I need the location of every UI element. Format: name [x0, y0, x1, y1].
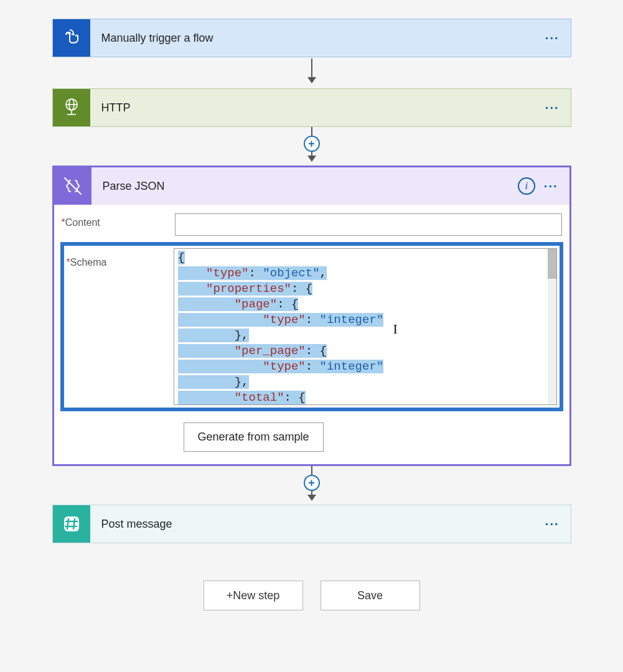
- braces-icon: [54, 167, 91, 205]
- step-title: Manually trigger a flow: [90, 32, 545, 45]
- schema-input[interactable]: { "type": "object", "properties": { "pag…: [174, 248, 557, 405]
- connector-add: +: [304, 466, 320, 500]
- step-body: *Content *Schema { "type": "object", "pr…: [54, 205, 569, 464]
- footer-buttons: New step Save: [52, 581, 571, 610]
- hash-icon: [53, 505, 90, 543]
- schema-label: Schema: [70, 257, 107, 268]
- svg-rect-6: [64, 516, 79, 531]
- step-parse-json: Parse JSON i ··· *Content *Schema: [52, 166, 571, 466]
- step-http[interactable]: HTTP ···: [52, 88, 571, 127]
- globe-icon: [53, 89, 90, 126]
- step-title: HTTP: [90, 101, 545, 114]
- content-input[interactable]: [175, 213, 562, 236]
- arrow-down-icon: [311, 58, 312, 82]
- info-icon[interactable]: i: [518, 177, 535, 195]
- text-cursor-icon: I: [393, 321, 398, 337]
- more-icon[interactable]: ···: [544, 179, 558, 194]
- content-field-row: *Content: [54, 205, 569, 240]
- more-icon[interactable]: ···: [545, 31, 560, 45]
- more-icon[interactable]: ···: [545, 101, 560, 115]
- step-title: Parse JSON: [91, 180, 518, 193]
- step-header[interactable]: Parse JSON i ···: [54, 167, 569, 205]
- schema-highlight: *Schema { "type": "object", "properties"…: [60, 242, 563, 411]
- connector-add: +: [304, 127, 320, 161]
- new-step-button[interactable]: New step: [204, 581, 303, 610]
- save-button[interactable]: Save: [321, 581, 420, 610]
- content-label: Content: [65, 217, 100, 228]
- add-step-icon[interactable]: +: [304, 136, 320, 152]
- scrollbar-thumb[interactable]: [548, 249, 556, 279]
- step-title: Post message: [90, 518, 545, 531]
- generate-from-sample-button[interactable]: Generate from sample: [184, 422, 324, 452]
- touch-icon: [53, 19, 90, 57]
- flow-canvas: Manually trigger a flow ··· HTTP ···: [0, 0, 623, 610]
- more-icon[interactable]: ···: [545, 517, 560, 531]
- add-step-icon[interactable]: +: [304, 475, 320, 491]
- step-post-message[interactable]: Post message ···: [52, 505, 571, 543]
- step-trigger[interactable]: Manually trigger a flow ···: [52, 19, 571, 57]
